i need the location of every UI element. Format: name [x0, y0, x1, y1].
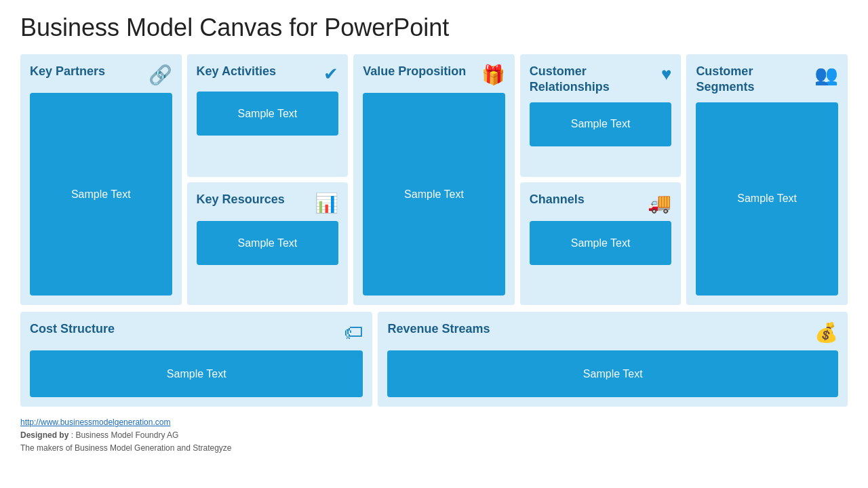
- cost-structure-title: Cost Structure: [30, 321, 115, 337]
- link-icon: 🔗: [149, 64, 172, 86]
- gift-icon: 🎁: [481, 64, 505, 86]
- revenue-streams-sample: Sample Text: [387, 350, 838, 397]
- customer-segments-title: Customer Segments: [696, 64, 809, 96]
- revenue-streams-title: Revenue Streams: [387, 321, 490, 337]
- value-proposition-title: Value Proposition: [363, 64, 466, 79]
- value-proposition-container: Value Proposition 🎁 Sample Text: [353, 54, 515, 305]
- customer-segments-container: Customer Segments 👥 Sample Text: [686, 54, 848, 305]
- people-icon: 👥: [814, 64, 838, 86]
- cost-structure-container: Cost Structure 🏷 Sample Text: [20, 312, 372, 407]
- key-activities-title: Key Activities: [197, 64, 276, 79]
- bottom-section: Cost Structure 🏷 Sample Text Revenue Str…: [20, 312, 848, 407]
- top-section: Key Partners 🔗 Sample Text Key Activitie…: [20, 54, 848, 305]
- page-title: Business Model Canvas for PowerPoint: [20, 14, 848, 42]
- footer-company: Business Model Foundry AG: [75, 430, 178, 440]
- value-proposition-header: Value Proposition 🎁: [363, 64, 505, 86]
- heart-icon: ♥: [661, 64, 671, 85]
- customer-segments-card: Customer Segments 👥 Sample Text: [686, 54, 848, 305]
- key-partners-title: Key Partners: [30, 64, 105, 79]
- key-activities-card: Key Activities ✔ Sample Text: [187, 54, 349, 177]
- cost-structure-header: Cost Structure 🏷: [30, 321, 363, 344]
- key-activities-sample: Sample Text: [197, 92, 339, 136]
- key-partners-card: Key Partners 🔗 Sample Text: [20, 54, 182, 305]
- moneybag-icon: 💰: [814, 321, 838, 344]
- value-proposition-sample: Sample Text: [363, 93, 505, 296]
- key-partners-header: Key Partners 🔗: [30, 64, 172, 86]
- customer-relationships-card: Customer Relationships ♥ Sample Text: [520, 54, 682, 177]
- tag-icon: 🏷: [344, 321, 363, 344]
- truck-icon: 🚚: [648, 192, 671, 214]
- revenue-streams-card: Revenue Streams 💰 Sample Text: [378, 312, 848, 407]
- cost-structure-card: Cost Structure 🏷 Sample Text: [20, 312, 372, 407]
- footer: http://www.businessmodelgeneration.com D…: [20, 416, 848, 455]
- people-chart-icon: 📊: [315, 192, 338, 214]
- canvas-wrapper: Key Partners 🔗 Sample Text Key Activitie…: [20, 54, 848, 407]
- key-partners-container: Key Partners 🔗 Sample Text: [20, 54, 182, 305]
- key-resources-header: Key Resources 📊: [197, 192, 339, 214]
- cr-channels-col: Customer Relationships ♥ Sample Text Cha…: [520, 54, 682, 305]
- channels-card: Channels 🚚 Sample Text: [520, 182, 682, 305]
- key-resources-title: Key Resources: [197, 192, 285, 207]
- channels-header: Channels 🚚: [530, 192, 672, 214]
- customer-relationships-title: Customer Relationships: [530, 64, 656, 96]
- key-activities-header: Key Activities ✔: [197, 64, 339, 85]
- revenue-streams-header: Revenue Streams 💰: [387, 321, 838, 344]
- revenue-streams-container: Revenue Streams 💰 Sample Text: [378, 312, 848, 407]
- customer-relationships-sample: Sample Text: [530, 102, 672, 146]
- key-partners-sample: Sample Text: [30, 93, 172, 296]
- footer-url[interactable]: http://www.businessmodelgeneration.com: [20, 418, 170, 427]
- channels-title: Channels: [530, 192, 585, 207]
- customer-relationships-header: Customer Relationships ♥: [530, 64, 672, 96]
- cost-structure-sample: Sample Text: [30, 350, 363, 397]
- customer-segments-header: Customer Segments 👥: [696, 64, 838, 96]
- channels-sample: Sample Text: [530, 221, 672, 265]
- key-resources-sample: Sample Text: [197, 221, 339, 265]
- value-proposition-card: Value Proposition 🎁 Sample Text: [353, 54, 515, 305]
- key-resources-card: Key Resources 📊 Sample Text: [187, 182, 349, 305]
- footer-tagline: The makers of Business Model Generation …: [20, 442, 848, 455]
- checkmark-icon: ✔: [323, 64, 338, 85]
- footer-designed-by-label: Designed by: [20, 430, 68, 440]
- activities-resources-col: Key Activities ✔ Sample Text Key Resourc…: [187, 54, 349, 305]
- customer-segments-sample: Sample Text: [696, 102, 838, 296]
